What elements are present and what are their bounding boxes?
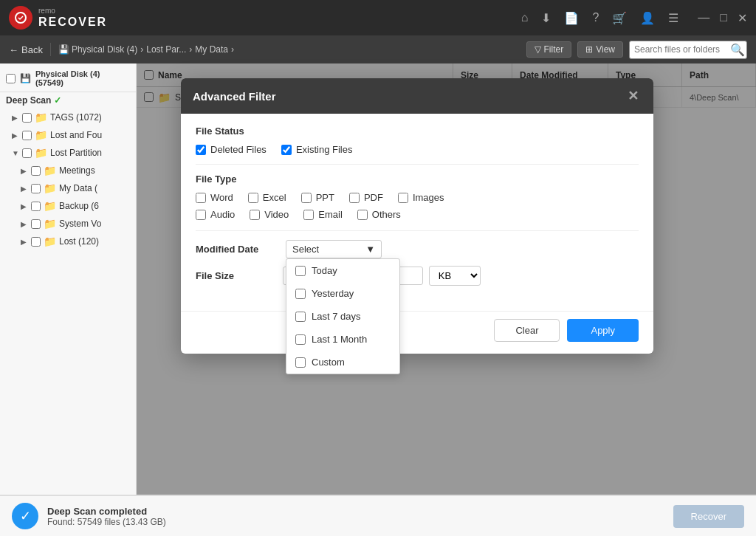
size-unit-select[interactable]: KB MB GB [429, 266, 481, 286]
sidebar-item-lost[interactable]: ▶ 📁 Lost (120) [0, 233, 136, 250]
disk-icon: 💾 [20, 73, 31, 83]
file-icon[interactable]: 📄 [564, 11, 579, 25]
breadcrumb-sep-2: › [189, 44, 192, 55]
lost-checkbox[interactable] [31, 237, 41, 247]
nav-right: ▽ Filter ⊞ View 🔍 [526, 41, 747, 59]
excel-checkbox[interactable] [248, 193, 258, 203]
systemvo-checkbox[interactable] [31, 219, 41, 229]
sidebar-item-systemvo[interactable]: ▶ 📁 System Vo [0, 215, 136, 233]
breadcrumb-item-3[interactable]: My Data [195, 44, 228, 55]
check-icon: ✓ [54, 95, 61, 106]
clear-button[interactable]: Clear [494, 319, 560, 342]
maximize-button[interactable]: □ [720, 11, 727, 25]
others-option[interactable]: Others [357, 209, 401, 220]
modal-overlay: Advanced Filter ✕ File Status Deleted Fi… [137, 63, 756, 495]
filter-icon: ▽ [535, 44, 541, 55]
breadcrumb-item-2[interactable]: Lost Par... [146, 44, 186, 55]
audio-option[interactable]: Audio [196, 209, 235, 220]
lostpartition-checkbox[interactable] [22, 148, 32, 158]
recover-button[interactable]: Recover [673, 505, 744, 528]
search-box[interactable]: 🔍 [629, 41, 747, 59]
file-type-row-2: Audio Video Email [196, 209, 639, 220]
search-input[interactable] [634, 44, 730, 55]
word-checkbox[interactable] [196, 193, 206, 203]
scan-complete-icon: ✓ [12, 503, 38, 529]
existing-files-option[interactable]: Existing Files [281, 144, 353, 155]
sidebar-item-mydata[interactable]: ▶ 📁 My Data ( [0, 179, 136, 197]
select-wrapper: Select ▼ Today [286, 240, 382, 258]
excel-option[interactable]: Excel [248, 192, 286, 203]
sidebar-item-lost-found[interactable]: ▶ 📁 Lost and Fou [0, 126, 136, 144]
last1month-checkbox[interactable] [295, 334, 306, 345]
dropdown-item-custom[interactable]: Custom [286, 351, 399, 374]
deep-scan-label: Deep Scan ✓ [0, 92, 136, 109]
yesterday-checkbox[interactable] [295, 289, 306, 299]
lostfound-checkbox[interactable] [22, 131, 32, 140]
sidebar-root-item[interactable]: 💾 Physical Disk (4) (57549) [0, 63, 136, 92]
images-option[interactable]: Images [398, 192, 444, 203]
dropdown-item-last1month[interactable]: Last 1 Month [286, 328, 399, 351]
menu-icon[interactable]: ☰ [668, 11, 678, 25]
filter-button[interactable]: ▽ Filter [526, 41, 572, 58]
back-button[interactable]: ← Back [9, 44, 43, 55]
file-status-options: Deleted Files Existing Files [196, 144, 639, 155]
minimize-button[interactable]: — [698, 11, 709, 25]
audio-checkbox[interactable] [196, 210, 206, 220]
breadcrumb: 💾 Physical Disk (4) › Lost Par... › My D… [58, 44, 234, 55]
video-checkbox[interactable] [250, 210, 260, 220]
arrow-icon: ▶ [21, 167, 28, 175]
modal-header: Advanced Filter ✕ [181, 78, 653, 114]
modified-date-select[interactable]: Select ▼ [286, 240, 382, 258]
dropdown-item-last7days[interactable]: Last 7 days [286, 305, 399, 328]
root-checkbox[interactable] [6, 74, 16, 83]
user-icon[interactable]: 👤 [640, 11, 655, 25]
arrow-icon: ▶ [21, 238, 28, 246]
ppt-checkbox[interactable] [301, 193, 312, 203]
breadcrumb-item-1[interactable]: 💾 Physical Disk (4) [58, 44, 137, 55]
deleted-files-option[interactable]: Deleted Files [196, 144, 267, 155]
date-dropdown: Today Yesterday Last 7 days [286, 258, 400, 374]
main-layout: 💾 Physical Disk (4) (57549) Deep Scan ✓ … [0, 63, 756, 495]
video-option[interactable]: Video [250, 209, 289, 220]
scan-complete-text: Deep Scan completed [47, 506, 166, 517]
view-button[interactable]: ⊞ View [577, 41, 623, 58]
sidebar-item-backup[interactable]: ▶ 📁 Backup (6 [0, 197, 136, 215]
today-checkbox[interactable] [295, 266, 306, 276]
mydata-checkbox[interactable] [31, 184, 41, 193]
file-size-label: File Size [196, 270, 277, 281]
sidebar-item-meetings[interactable]: ▶ 📁 Meetings [0, 162, 136, 179]
others-checkbox[interactable] [357, 210, 368, 220]
folder-icon: 📁 [44, 165, 56, 176]
help-icon[interactable]: ? [592, 11, 599, 24]
dropdown-item-today[interactable]: Today [286, 259, 399, 282]
backup-checkbox[interactable] [31, 202, 41, 211]
ppt-option[interactable]: PPT [301, 192, 334, 203]
sidebar-item-tags[interactable]: ▶ 📁 TAGS (1072) [0, 109, 136, 126]
last7days-checkbox[interactable] [295, 312, 306, 322]
view-icon: ⊞ [585, 44, 593, 55]
sidebar-item-lost-partition[interactable]: ▼ 📁 Lost Partition [0, 144, 136, 162]
custom-checkbox[interactable] [295, 357, 306, 368]
pdf-option[interactable]: PDF [349, 192, 383, 203]
arrow-icon: ▶ [12, 114, 19, 122]
deleted-files-checkbox[interactable] [196, 145, 206, 155]
cart-icon[interactable]: 🛒 [612, 11, 627, 25]
images-checkbox[interactable] [398, 193, 408, 203]
download-icon[interactable]: ⬇ [541, 11, 551, 25]
title-bar-actions: ⌂ ⬇ 📄 ? 🛒 👤 ☰ — □ ✕ [521, 11, 747, 25]
pdf-checkbox[interactable] [349, 193, 360, 203]
dropdown-item-yesterday[interactable]: Yesterday [286, 282, 399, 305]
logo-icon [9, 6, 32, 30]
word-option[interactable]: Word [196, 192, 233, 203]
email-option[interactable]: Email [303, 209, 343, 220]
tags-checkbox[interactable] [22, 113, 32, 123]
modal-close-button[interactable]: ✕ [624, 87, 642, 105]
apply-button[interactable]: Apply [567, 319, 639, 342]
meetings-checkbox[interactable] [31, 166, 41, 176]
close-button[interactable]: ✕ [738, 11, 747, 25]
home-icon[interactable]: ⌂ [521, 11, 529, 24]
email-checkbox[interactable] [303, 210, 314, 220]
existing-files-checkbox[interactable] [281, 145, 292, 155]
dropdown-arrow-icon: ▼ [365, 244, 375, 255]
folder-icon: 📁 [44, 236, 56, 247]
